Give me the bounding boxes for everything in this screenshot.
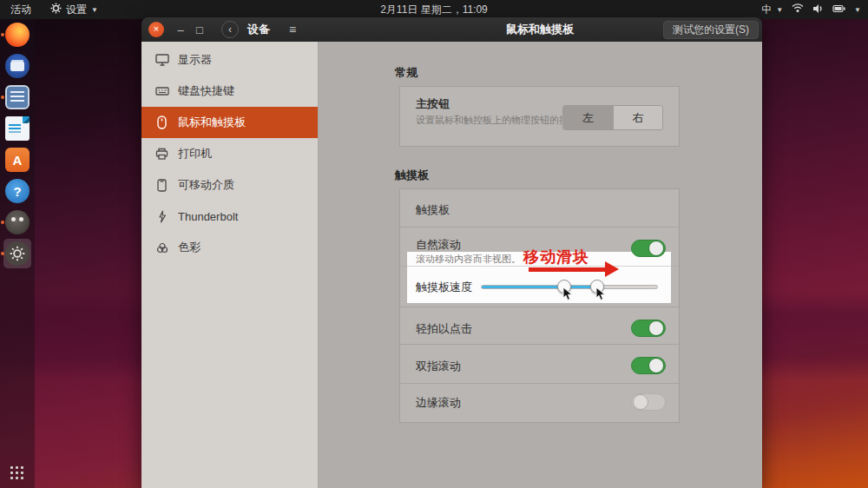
clock[interactable]: 2月11日 星期二，11:09	[0, 3, 868, 17]
natural-scroll-toggle[interactable]	[631, 240, 666, 257]
test-settings-button[interactable]: 测试您的设置(S)	[663, 21, 759, 39]
dock-item-firefox[interactable]	[0, 19, 35, 50]
removable-media-icon	[155, 178, 169, 193]
row-divider	[400, 227, 679, 228]
general-heading: 常规	[395, 65, 418, 81]
dock-item-help[interactable]: ?	[0, 175, 35, 207]
minimize-button[interactable]: –	[171, 23, 190, 36]
annotation-move-slider-text: 移动滑块	[523, 247, 589, 267]
slider-fill	[482, 286, 597, 288]
sidebar-item-mouse-touchpad[interactable]: 鼠标和触摸板	[141, 107, 318, 138]
sidebar-item-label: Thunderbolt	[178, 210, 238, 223]
toggle-knob	[633, 394, 648, 410]
settings-window: × – □ ‹ 设备 ≡ 鼠标和触摸板 测试您的设置(S) 显示器 键盘快捷键	[141, 17, 762, 488]
mouse-cursor-icon	[595, 287, 606, 305]
touchpad-row-label: 触摸板	[416, 202, 450, 218]
window-title: 设备	[247, 22, 270, 37]
hamburger-menu-button[interactable]: ≡	[289, 23, 296, 36]
color-icon	[155, 241, 169, 255]
two-finger-scroll-toggle[interactable]	[631, 357, 666, 374]
tap-to-click-toggle[interactable]	[631, 320, 666, 337]
primary-button-right-option[interactable]: 右	[613, 106, 662, 129]
sidebar-item-label: 显示器	[178, 52, 212, 68]
dock-item-ubuntu-software[interactable]: A	[0, 144, 35, 175]
sidebar-item-removable-media[interactable]: 可移动介质	[141, 169, 318, 201]
activities-button[interactable]: 活动	[10, 3, 31, 17]
row-divider	[400, 344, 679, 345]
printer-icon	[155, 147, 169, 162]
primary-button-panel: 主按钮 设置鼠标和触控板上的物理按钮的排列。 左 右	[399, 86, 680, 147]
dock-item-files[interactable]	[0, 50, 35, 82]
annotation-arrow	[529, 267, 605, 272]
touchpad-heading: 触摸板	[395, 168, 429, 183]
app-menu[interactable]: 设置 ▼	[50, 3, 98, 17]
natural-scroll-label: 自然滚动	[416, 237, 461, 253]
sidebar-item-printers[interactable]: 打印机	[141, 138, 318, 169]
volume-icon[interactable]	[812, 3, 824, 16]
dock-item-text-editor[interactable]	[0, 82, 35, 113]
toggle-knob	[648, 241, 664, 256]
slider-handle-2[interactable]	[590, 280, 604, 293]
primary-button-segmented-control: 左 右	[562, 105, 663, 130]
dock: A ?	[0, 19, 35, 488]
sidebar-item-color[interactable]: 色彩	[141, 232, 318, 263]
sidebar-item-keyboard-shortcuts[interactable]: 键盘快捷键	[141, 76, 318, 107]
sidebar-item-label: 鼠标和触摸板	[178, 115, 246, 130]
toggle-knob	[648, 320, 664, 336]
gear-icon	[50, 3, 62, 16]
annotation-arrowhead	[605, 261, 619, 277]
settings-content: 常规 主按钮 设置鼠标和触控板上的物理按钮的排列。 左 右 触摸板 触摸板 自然…	[319, 42, 762, 488]
sidebar-item-displays[interactable]: 显示器	[141, 44, 318, 76]
settings-sidebar: 显示器 键盘快捷键 鼠标和触摸板 打印机	[141, 42, 319, 488]
primary-button-left-option[interactable]: 左	[563, 106, 613, 129]
top-bar: 活动 设置 ▼ 2月11日 星期二，11:09 中▼ ▼	[0, 0, 868, 19]
sidebar-item-label: 可移动介质	[178, 177, 234, 193]
running-indicator	[1, 252, 4, 255]
touchpad-speed-slider[interactable]	[481, 285, 658, 289]
settings-gear-icon	[5, 241, 30, 266]
close-button[interactable]: ×	[148, 22, 164, 37]
maximize-button[interactable]: □	[190, 23, 209, 36]
edge-scroll-toggle[interactable]	[631, 393, 666, 411]
screen: 活动 设置 ▼ 2月11日 星期二，11:09 中▼ ▼	[0, 0, 868, 488]
system-tray[interactable]: 中▼ ▼	[761, 0, 861, 19]
gimp-icon	[5, 210, 30, 234]
edge-scroll-label: 边缘滚动	[416, 395, 461, 411]
input-method-indicator[interactable]: 中▼	[761, 3, 783, 17]
firefox-icon	[5, 23, 30, 47]
sidebar-item-label: 打印机	[178, 146, 212, 162]
back-button[interactable]: ‹	[221, 21, 239, 38]
chevron-down-icon[interactable]: ▼	[854, 6, 861, 14]
row-divider	[400, 307, 679, 307]
monitor-icon	[155, 53, 169, 68]
help-icon: ?	[5, 179, 30, 203]
row-divider	[400, 383, 679, 384]
show-applications-button[interactable]	[0, 462, 35, 485]
window-titlebar: × – □ ‹ 设备 ≡ 鼠标和触摸板 测试您的设置(S)	[141, 17, 762, 42]
dock-item-libreoffice-writer[interactable]	[0, 113, 35, 144]
sidebar-item-thunderbolt[interactable]: Thunderbolt	[141, 201, 318, 232]
running-indicator	[1, 221, 4, 224]
sidebar-item-label: 键盘快捷键	[178, 83, 234, 99]
battery-icon[interactable]	[832, 3, 845, 16]
thunderbolt-icon	[155, 209, 169, 224]
mouse-icon	[155, 115, 169, 130]
page-title: 鼠标和触摸板	[506, 17, 574, 42]
files-icon	[5, 54, 30, 78]
dock-item-settings[interactable]	[0, 238, 35, 269]
running-indicator	[1, 33, 4, 36]
network-icon[interactable]	[792, 3, 804, 16]
touchpad-speed-label: 触摸板速度	[416, 280, 472, 295]
slider-handle-1[interactable]	[557, 280, 571, 293]
mouse-cursor-icon	[562, 287, 573, 305]
dock-item-gimp[interactable]	[0, 207, 35, 238]
tap-to-click-label: 轻拍以点击	[416, 321, 472, 337]
libreoffice-writer-icon	[5, 116, 30, 141]
running-indicator	[1, 96, 4, 99]
toggle-knob	[648, 358, 664, 373]
touchpad-panel: 触摸板 自然滚动 滚动移动内容而非视图。 触摸板速度	[399, 188, 680, 423]
keyboard-icon	[155, 84, 169, 99]
text-editor-icon	[5, 85, 30, 109]
chevron-down-icon: ▼	[91, 6, 98, 14]
primary-button-label: 主按钮	[416, 96, 450, 112]
